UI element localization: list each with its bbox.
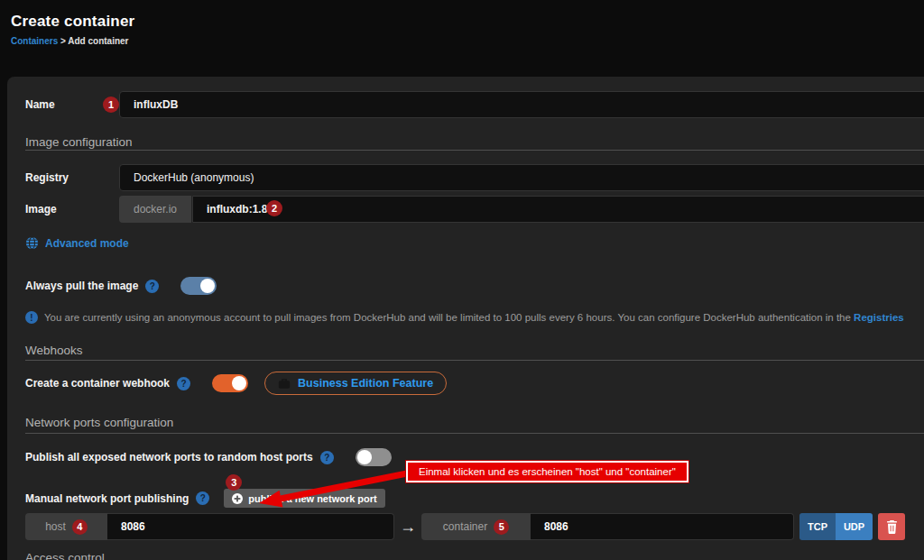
registries-link[interactable]: Registries xyxy=(854,312,904,323)
host-port-input[interactable] xyxy=(107,513,394,540)
registry-label: Registry xyxy=(25,171,69,184)
toggle-knob xyxy=(357,450,372,464)
section-webhooks: Webhooks xyxy=(25,344,83,357)
breadcrumb-containers-link[interactable]: Containers xyxy=(11,36,58,46)
container-port-input[interactable] xyxy=(531,513,794,540)
always-pull-toggle[interactable] xyxy=(180,277,217,295)
host-port-label: host 4 xyxy=(25,513,107,540)
tcp-button[interactable]: TCP xyxy=(799,513,836,540)
trash-icon xyxy=(886,520,898,534)
publish-all-label: Publish all exposed network ports to ran… xyxy=(25,451,313,464)
image-label: Image xyxy=(25,203,57,216)
info-icon: ! xyxy=(25,311,38,324)
section-network-ports: Network ports configuration xyxy=(25,416,173,429)
help-icon[interactable]: ? xyxy=(196,491,209,505)
business-edition-badge: Business Edition Feature xyxy=(264,372,447,395)
name-label: Name xyxy=(25,98,55,111)
name-input[interactable] xyxy=(119,91,924,118)
arrow-right-icon: → xyxy=(400,518,416,537)
breadcrumb-current: Add container xyxy=(68,36,128,46)
host-port-group: host 4 xyxy=(25,513,394,540)
manual-port-label: Manual network port publishing xyxy=(25,492,189,505)
container-port-label: container 5 xyxy=(421,513,531,540)
divider xyxy=(25,150,924,151)
annotation-badge-2: 2 xyxy=(266,200,282,216)
always-pull-label: Always pull the image xyxy=(25,280,138,292)
section-access-control: Access control xyxy=(25,551,105,560)
udp-button[interactable]: UDP xyxy=(836,513,873,540)
advanced-mode-label: Advanced mode xyxy=(45,237,129,250)
help-icon[interactable]: ? xyxy=(320,451,334,464)
toggle-knob xyxy=(200,279,215,293)
annotation-badge-1: 1 xyxy=(103,96,119,113)
divider xyxy=(25,433,924,434)
advanced-mode-link[interactable]: Advanced mode xyxy=(25,236,129,250)
business-edition-label: Business Edition Feature xyxy=(298,377,433,390)
registry-select[interactable]: DockerHub (anonymous) xyxy=(119,164,924,191)
publish-all-toggle[interactable] xyxy=(356,448,392,466)
plus-circle-icon xyxy=(232,493,243,504)
help-icon[interactable]: ? xyxy=(177,377,190,390)
annotation-badge-4: 4 xyxy=(72,519,88,535)
callout-box: Einmal klicken und es erscheinen "host" … xyxy=(406,461,688,482)
host-label-text: host xyxy=(45,520,66,533)
image-input[interactable] xyxy=(192,196,924,223)
delete-port-button[interactable] xyxy=(878,513,905,540)
globe-icon xyxy=(25,236,39,250)
toggle-knob xyxy=(232,376,246,390)
page-title: Create container xyxy=(11,13,134,31)
divider xyxy=(25,360,924,361)
section-image-configuration: Image configuration xyxy=(25,135,133,149)
notice-text: You are currently using an anonymous acc… xyxy=(44,312,854,323)
publish-port-button-label: publish a new network port xyxy=(248,493,376,504)
create-webhook-toggle[interactable] xyxy=(212,374,248,392)
annotation-badge-5: 5 xyxy=(494,519,509,535)
annotation-badge-3: 3 xyxy=(226,474,242,491)
container-port-group: container 5 xyxy=(421,513,794,540)
briefcase-icon xyxy=(278,378,291,390)
breadcrumb-separator: > xyxy=(60,36,66,46)
help-icon[interactable]: ? xyxy=(145,280,159,293)
container-label-text: container xyxy=(443,520,487,533)
image-registry-prefix: docker.io xyxy=(119,196,191,223)
dockerhub-notice: ! You are currently using an anonymous a… xyxy=(25,311,924,324)
create-webhook-label: Create a container webhook xyxy=(25,377,170,390)
breadcrumb: Containers > Add container xyxy=(11,36,129,46)
publish-port-button[interactable]: publish a new network port 3 xyxy=(224,489,384,508)
